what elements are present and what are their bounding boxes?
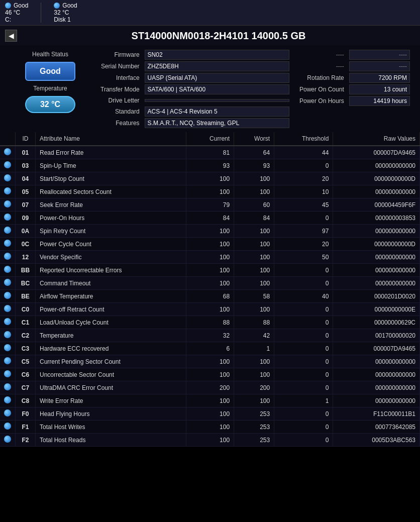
drive-letter-value	[145, 99, 289, 102]
status-circle-icon	[4, 214, 11, 221]
table-row: 0C Power Cycle Count 100 100 20 00000000…	[0, 238, 420, 251]
row-id: C0	[16, 303, 36, 316]
row-current: 100	[186, 225, 234, 238]
row-worst: 100	[234, 172, 274, 185]
row-raw: 00000000629C	[333, 316, 420, 329]
info-section: Health Status Good Temperature 32 °C Fir…	[0, 46, 420, 132]
row-threshold: 0	[274, 407, 333, 421]
row-raw: 000000000000	[333, 355, 420, 368]
row-icon	[0, 303, 16, 316]
table-row: C0 Power-off Retract Count 100 100 0 000…	[0, 303, 420, 316]
status-circle-icon	[4, 240, 11, 247]
row-current: 100	[186, 434, 234, 447]
row-attr-name: Start/Stop Count	[36, 172, 186, 185]
row-attr-name: Total Host Reads	[36, 434, 186, 447]
health-status-button[interactable]: Good	[25, 62, 75, 81]
row-attr-name: Uncorrectable Sector Count	[36, 368, 186, 381]
disk-info-center: Firmware SN02 Serial Number ZHZ5DE8H Int…	[95, 49, 294, 129]
row-raw: F11C000011B1	[333, 407, 420, 421]
row-id: C8	[16, 394, 36, 407]
row-current: 100	[186, 303, 234, 316]
row-icon	[0, 342, 16, 355]
status-circle-icon	[4, 423, 11, 430]
row-raw: 000000000000	[333, 381, 420, 394]
firmware-value: SN02	[145, 50, 289, 60]
row-threshold: 50	[274, 251, 333, 264]
row-current: 100	[186, 394, 234, 407]
table-row: 0A Spin Retry Count 100 100 97 000000000…	[0, 225, 420, 238]
row-id: C3	[16, 342, 36, 355]
row-current: 100	[186, 355, 234, 368]
transfer-label: Transfer Mode	[100, 85, 142, 94]
row-worst: 100	[234, 251, 274, 264]
row-attr-name: Total Host Writes	[36, 421, 186, 434]
row-id: C5	[16, 355, 36, 368]
row-worst: 1	[234, 342, 274, 355]
row-icon	[0, 290, 16, 303]
row-worst: 42	[234, 329, 274, 342]
temperature-label: Temperature	[33, 85, 67, 92]
row-raw: 000000003853	[333, 212, 420, 225]
row-worst: 84	[234, 212, 274, 225]
power-on-hours-label: Power On Hours	[299, 96, 346, 106]
row-id: BC	[16, 277, 36, 290]
col-header-worst: Worst	[234, 132, 274, 146]
row-threshold: 0	[274, 264, 333, 277]
row-current: 6	[186, 342, 234, 355]
row-threshold: 0	[274, 303, 333, 316]
row-icon	[0, 434, 16, 447]
table-header-row: ID Attribute Name Current Worst Threshol…	[0, 132, 420, 146]
standard-value: ACS-4 | ACS-4 Revision 5	[145, 107, 289, 117]
row-attr-name: Power Cycle Count	[36, 238, 186, 251]
row-worst: 253	[234, 421, 274, 434]
row-raw: 000000000000	[333, 368, 420, 381]
back-button[interactable]: ◀	[5, 30, 17, 42]
row-id: F0	[16, 407, 36, 421]
row-worst: 100	[234, 238, 274, 251]
status-circle-icon	[4, 357, 11, 364]
row-icon	[0, 146, 16, 159]
status-circle-icon	[4, 253, 11, 260]
row-id: C2	[16, 329, 36, 342]
row-raw: 00000000000D	[333, 238, 420, 251]
interface-label: Interface	[100, 73, 142, 82]
row-worst: 64	[234, 146, 274, 159]
disk1-temp: 32 °C	[54, 9, 69, 16]
row-id: BE	[16, 290, 36, 303]
row-current: 100	[186, 185, 234, 198]
row-icon	[0, 172, 16, 185]
disk1-status-text: Good	[62, 2, 77, 9]
power-on-hours-value: 14419 hours	[349, 96, 410, 106]
temperature-button[interactable]: 32 °C	[25, 96, 75, 113]
row-attr-name: Write Error Rate	[36, 394, 186, 407]
row-attr-name: Head Flying Hours	[36, 407, 186, 421]
status-circle-icon	[4, 383, 11, 390]
row-worst: 253	[234, 434, 274, 447]
table-row: F0 Head Flying Hours 100 253 0 F11C00001…	[0, 407, 420, 421]
row-raw: 000000000000	[333, 159, 420, 172]
row-raw: 000007DA9465	[333, 342, 420, 355]
row-worst: 253	[234, 407, 274, 421]
row-attr-name: Temperature	[36, 329, 186, 342]
dash1-label: ----	[299, 50, 346, 59]
row-id: C6	[16, 368, 36, 381]
firmware-label: Firmware	[100, 50, 142, 59]
row-threshold: 0	[274, 316, 333, 329]
row-worst: 93	[234, 159, 274, 172]
row-attr-name: Load/Unload Cycle Count	[36, 316, 186, 329]
row-id: 04	[16, 172, 36, 185]
status-circle-icon	[4, 266, 11, 273]
status-circle-icon	[4, 187, 11, 194]
row-threshold: 10	[274, 185, 333, 198]
row-threshold: 0	[274, 329, 333, 342]
table-row: C2 Temperature 32 42 0 001700000020	[0, 329, 420, 342]
health-temp-panel: Health Status Good Temperature 32 °C	[5, 49, 95, 129]
row-raw: 000000000000	[333, 264, 420, 277]
status-circle-icon	[4, 174, 11, 181]
row-worst: 200	[234, 381, 274, 394]
power-on-count-label: Power On Count	[299, 85, 346, 94]
status-circle-icon	[4, 148, 11, 155]
row-icon	[0, 381, 16, 394]
row-id: 03	[16, 159, 36, 172]
col-header-id: ID	[16, 132, 36, 146]
